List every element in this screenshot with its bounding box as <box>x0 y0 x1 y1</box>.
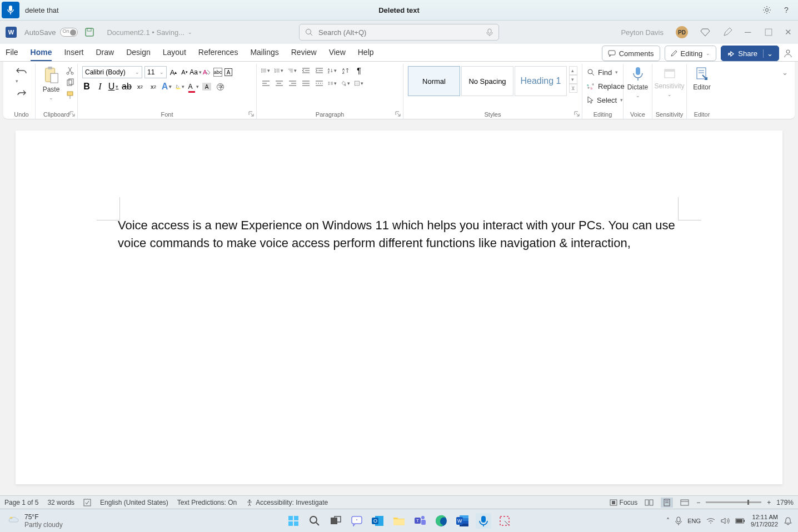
change-case-button[interactable]: Aa <box>191 68 200 77</box>
replace-button[interactable]: abReplace <box>587 80 625 92</box>
zoom-out-button[interactable]: − <box>696 499 700 506</box>
dictate-button[interactable]: Dictate⌄ <box>628 65 647 99</box>
search-button[interactable] <box>307 513 322 529</box>
page[interactable]: Voice access is a new Experience on Wind… <box>16 131 782 484</box>
font-name-combo[interactable]: Calibri (Body)⌄ <box>82 66 142 78</box>
diamond-icon[interactable] <box>700 27 710 37</box>
cut-icon[interactable] <box>66 66 74 75</box>
find-button[interactable]: Find▾ <box>587 66 618 78</box>
weather-widget[interactable]: 75°FPartly cloudy <box>0 513 63 529</box>
document-name[interactable]: Document2.1 • Saving... <box>107 28 184 37</box>
style-normal[interactable]: Normal <box>408 66 460 96</box>
notifications-icon[interactable] <box>784 516 792 525</box>
shading-button[interactable] <box>341 79 350 88</box>
document-body[interactable]: Voice access is a new Experience on Wind… <box>118 217 682 252</box>
text-predictions[interactable]: Text Predictions: On <box>177 499 237 506</box>
clear-format-icon[interactable]: A <box>202 68 211 77</box>
tab-mailings[interactable]: Mailings <box>250 48 278 61</box>
start-button[interactable] <box>286 513 301 529</box>
char-border-icon[interactable]: A <box>225 68 232 76</box>
redo-button[interactable] <box>17 89 27 97</box>
bullets-button[interactable] <box>261 66 270 75</box>
tab-view[interactable]: View <box>329 48 346 61</box>
grow-font-icon[interactable]: A▴ <box>169 68 178 77</box>
style-heading-1[interactable]: Heading 1 <box>515 66 567 96</box>
voice-access-app-button[interactable] <box>476 513 491 529</box>
align-left-button[interactable] <box>261 79 270 88</box>
minimize-button[interactable]: ─ <box>745 27 752 37</box>
share-button[interactable]: Share⌄ <box>721 46 779 61</box>
increase-indent-button[interactable] <box>315 66 323 75</box>
styles-expand-button[interactable]: ⊻ <box>569 84 577 93</box>
read-mode-button[interactable] <box>643 498 655 508</box>
language-tray[interactable]: ENG <box>687 518 701 524</box>
autosave-toggle[interactable]: On <box>60 28 78 37</box>
teams-button[interactable]: T <box>412 513 428 529</box>
print-layout-button[interactable] <box>661 498 673 508</box>
explorer-button[interactable] <box>391 513 407 529</box>
person-icon[interactable] <box>784 49 792 58</box>
launcher-icon[interactable] <box>574 111 580 117</box>
help-icon[interactable]: ? <box>781 6 790 14</box>
search-input[interactable] <box>318 28 481 37</box>
underline-button[interactable]: U <box>109 82 118 91</box>
line-spacing-button[interactable] <box>328 79 337 88</box>
distributed-button[interactable] <box>315 79 323 88</box>
editor-button[interactable]: Editor <box>691 65 712 92</box>
maximize-button[interactable] <box>765 28 772 36</box>
text-effects-button[interactable]: A <box>162 82 171 91</box>
enclose-chars-icon[interactable]: 字 <box>216 82 225 91</box>
strikethrough-button[interactable]: ab <box>122 82 131 91</box>
gear-icon[interactable] <box>762 6 771 14</box>
shrink-font-icon[interactable]: A▾ <box>180 68 189 77</box>
language-indicator[interactable]: English (United States) <box>100 499 168 506</box>
italic-button[interactable]: I <box>96 82 104 91</box>
mic-tray-icon[interactable] <box>675 516 682 525</box>
multilevel-list-button[interactable] <box>288 66 297 75</box>
battery-icon[interactable] <box>735 518 745 524</box>
focus-mode-button[interactable]: Focus <box>610 499 638 506</box>
avatar[interactable]: PD <box>676 26 688 38</box>
format-painter-icon[interactable] <box>66 91 74 99</box>
justify-button[interactable] <box>301 79 310 88</box>
word-count[interactable]: 32 words <box>47 499 74 506</box>
search-box[interactable] <box>299 24 499 41</box>
voice-mic-button[interactable] <box>2 2 19 18</box>
ribbon-collapse-button[interactable]: ⌄ <box>782 68 788 77</box>
highlight-button[interactable] <box>176 82 184 91</box>
pen-icon[interactable] <box>722 27 732 37</box>
paragraph-mark-button[interactable]: ¶ <box>355 66 363 75</box>
launcher-icon[interactable] <box>69 111 75 117</box>
volume-icon[interactable] <box>721 517 730 525</box>
document-area[interactable]: Voice access is a new Experience on Wind… <box>0 119 798 495</box>
style-no-spacing[interactable]: No Spacing <box>461 66 513 96</box>
tab-help[interactable]: Help <box>358 48 374 61</box>
zoom-in-button[interactable]: + <box>767 499 771 506</box>
mic-icon[interactable] <box>486 28 493 36</box>
tab-file[interactable]: File <box>6 48 18 61</box>
tab-draw[interactable]: Draw <box>96 48 114 61</box>
accessibility-check[interactable]: Accessibility: Investigate <box>246 499 328 506</box>
comments-button[interactable]: Comments <box>602 46 660 61</box>
web-layout-button[interactable] <box>679 498 691 508</box>
bold-button[interactable]: B <box>82 82 91 91</box>
wifi-icon[interactable] <box>706 518 715 524</box>
sort-button-2[interactable]: AZ <box>341 66 350 75</box>
font-color-button[interactable]: A <box>189 82 198 91</box>
decrease-indent-button[interactable] <box>301 66 310 75</box>
close-button[interactable]: ✕ <box>785 27 792 37</box>
tray-overflow-button[interactable]: ˄ <box>666 517 670 525</box>
superscript-button[interactable]: x2 <box>149 82 158 91</box>
launcher-icon[interactable] <box>395 111 401 117</box>
tab-insert[interactable]: Insert <box>64 48 83 61</box>
clock[interactable]: 12:11 AM9/17/2022 <box>751 514 778 527</box>
copy-icon[interactable] <box>66 78 74 87</box>
user-name[interactable]: Peyton Davis <box>621 28 664 37</box>
edge-button[interactable] <box>433 513 449 529</box>
task-view-button[interactable] <box>328 513 343 529</box>
chat-button[interactable] <box>349 513 365 529</box>
borders-button[interactable] <box>355 79 363 88</box>
zoom-level[interactable]: 179% <box>776 499 794 506</box>
zoom-slider[interactable] <box>706 501 761 503</box>
tab-references[interactable]: References <box>198 48 238 61</box>
